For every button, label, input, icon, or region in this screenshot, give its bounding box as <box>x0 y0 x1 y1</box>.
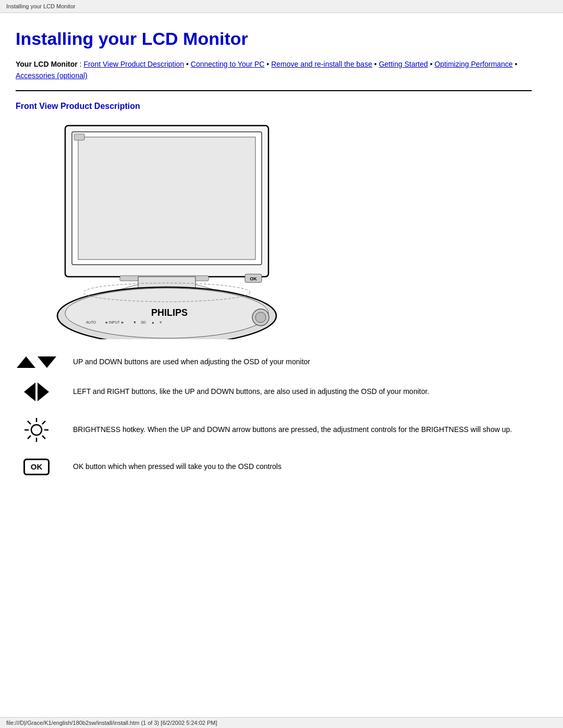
svg-point-21 <box>255 312 266 323</box>
svg-text:OK: OK <box>250 276 257 281</box>
svg-text:☀: ☀ <box>159 320 162 324</box>
svg-point-31 <box>31 425 42 435</box>
browser-tab: Installing your LCD Monitor <box>0 0 563 13</box>
status-bar: file:///D|/Grace/K1/english/180b2sw/inst… <box>0 717 563 728</box>
svg-text:SD: SD <box>141 320 146 324</box>
intro-separator: : <box>78 60 84 68</box>
button-row-brightness: BRIGHTNESS hotkey. When the UP and DOWN … <box>16 416 532 444</box>
leftright-description: LEFT and RIGHT buttons, like the UP and … <box>73 386 532 397</box>
brightness-icon <box>16 416 57 444</box>
triangle-left-icon <box>24 382 35 401</box>
svg-text:▼: ▼ <box>133 320 137 324</box>
svg-line-27 <box>28 421 31 424</box>
link-optimizing[interactable]: Optimizing Performance <box>434 60 512 68</box>
button-row-updown: UP and DOWN buttons are used when adjust… <box>16 356 532 368</box>
svg-text:▲: ▲ <box>151 320 155 324</box>
link-connecting[interactable]: Connecting to Your PC <box>191 60 265 68</box>
link-remove[interactable]: Remove and re-install the base <box>271 60 372 68</box>
triangle-down-icon <box>38 356 56 368</box>
svg-line-28 <box>42 436 45 439</box>
link-getting-started[interactable]: Getting Started <box>379 60 428 68</box>
svg-text:PHILIPS: PHILIPS <box>151 307 188 318</box>
svg-text:AUTO: AUTO <box>86 320 96 324</box>
up-down-icon <box>16 356 57 368</box>
updown-description: UP and DOWN buttons are used when adjust… <box>73 356 532 367</box>
monitor-image: PHILIPS OK PHILIPS AUTO ◄ INPUT ► ▼ SD <box>36 120 297 341</box>
link-front-view[interactable]: Front View Product Description <box>83 60 184 68</box>
svg-line-30 <box>28 436 31 439</box>
svg-line-29 <box>42 421 45 424</box>
ok-description: OK button which when pressed will take y… <box>73 461 532 472</box>
page-content: Installing your LCD Monitor Your LCD Mon… <box>0 13 553 500</box>
brightness-description: BRIGHTNESS hotkey. When the UP and DOWN … <box>73 424 532 435</box>
page-title: Installing your LCD Monitor <box>16 29 532 49</box>
intro-label: Your LCD Monitor <box>16 60 78 68</box>
triangle-right-icon <box>38 382 49 401</box>
svg-rect-4 <box>74 134 84 140</box>
ok-icon: OK <box>23 459 50 475</box>
button-descriptions: UP and DOWN buttons are used when adjust… <box>16 356 532 475</box>
section-divider <box>16 90 532 91</box>
section-heading: Front View Product Description <box>16 102 532 111</box>
button-row-leftright: LEFT and RIGHT buttons, like the UP and … <box>16 382 532 401</box>
ok-button-icon: OK <box>16 459 57 475</box>
link-accessories[interactable]: Accessories (optional) <box>16 71 88 80</box>
svg-text:◄ INPUT ►: ◄ INPUT ► <box>104 320 125 324</box>
monitor-svg: PHILIPS OK PHILIPS AUTO ◄ INPUT ► ▼ SD <box>36 120 297 339</box>
triangle-up-icon <box>17 356 35 368</box>
button-row-ok: OK OK button which when pressed will tak… <box>16 459 532 475</box>
svg-rect-2 <box>78 137 255 260</box>
left-right-icon <box>16 382 57 401</box>
intro-section: Your LCD Monitor : Front View Product De… <box>16 58 532 82</box>
